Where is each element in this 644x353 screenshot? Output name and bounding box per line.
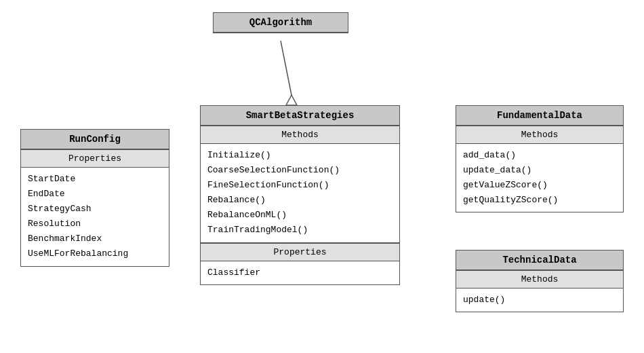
smartbeta-title: SmartBetaStrategies [201,106,399,126]
method-rebalance: Rebalance() [207,193,393,208]
prop-resolution: Resolution [28,217,162,231]
fundamentaldata-title: FundamentalData [456,106,623,126]
fundamentaldata-box: FundamentalData Methods add_data() updat… [456,105,624,212]
smartbeta-properties-header: Properties [201,243,399,261]
fundamentaldata-methods-body: add_data() update_data() getValueZScore(… [456,144,623,212]
qcalgorithm-box: QCAlgorithm [213,12,348,33]
method-coarse: CoarseSelectionFunction() [207,163,393,178]
qcalgorithm-title: QCAlgorithm [214,13,348,33]
technicaldata-methods-header: Methods [456,270,623,289]
method-rebalanceonml: RebalanceOnML() [207,208,393,223]
prop-enddate: EndDate [28,187,162,202]
smartbeta-methods-header: Methods [201,126,399,144]
method-getqualityzscore: getQualityZScore() [463,193,616,208]
smartbeta-methods-body: Initialize() CoarseSelectionFunction() F… [201,144,399,243]
fundamentaldata-methods-header: Methods [456,126,623,144]
method-fine: FineSelectionFunction() [207,178,393,193]
method-update-data: update_data() [463,163,616,178]
prop-startdate: StartDate [28,172,162,187]
diagram-container: QCAlgorithm SmartBetaStrategies Methods … [0,0,644,353]
smartbeta-box: SmartBetaStrategies Methods Initialize()… [200,105,400,285]
method-update: update() [463,293,616,308]
technicaldata-title: TechnicalData [456,250,623,270]
prop-strategycash: StrategyCash [28,202,162,217]
method-traintradingmodel: TrainTradingModel() [207,223,393,238]
svg-marker-1 [286,95,297,105]
runconfig-properties-body: StartDate EndDate StrategyCash Resolutio… [21,168,169,266]
runconfig-title: RunConfig [21,130,169,149]
svg-line-0 [281,41,291,95]
method-getvaluezscore: getValueZScore() [463,178,616,193]
runconfig-box: RunConfig Properties StartDate EndDate S… [20,129,169,267]
technicaldata-methods-body: update() [456,289,623,312]
technicaldata-box: TechnicalData Methods update() [456,250,624,312]
method-add-data: add_data() [463,148,616,163]
prop-benchmarkindex: BenchmarkIndex [28,231,162,246]
prop-usemlrebalancing: UseMLForRebalancing [28,246,162,261]
method-initialize: Initialize() [207,148,393,163]
smartbeta-properties-body: Classifier [201,261,399,284]
prop-classifier: Classifier [207,265,393,280]
runconfig-properties-header: Properties [21,149,169,168]
